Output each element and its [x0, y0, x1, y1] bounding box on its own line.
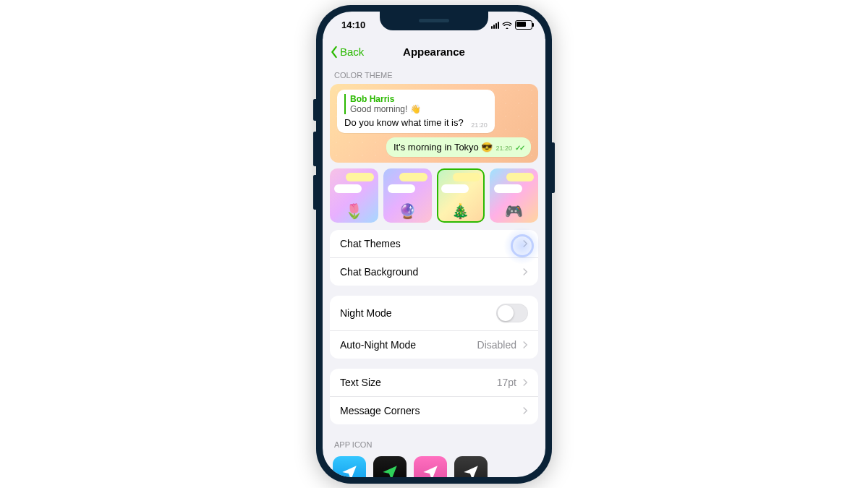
- chevron-right-icon: [522, 239, 528, 248]
- app-icon-option-1[interactable]: [333, 456, 366, 476]
- stage: 14:10 Back Appearance COLOR THEME: [0, 0, 868, 488]
- preview-outgoing-time: 21:20: [495, 145, 512, 152]
- content[interactable]: COLOR THEME Bob Harris Good morning! 👋 D…: [323, 65, 545, 477]
- section-header-color-theme: COLOR THEME: [323, 65, 545, 84]
- preview-reply-text: Good morning! 👋: [350, 104, 488, 114]
- theme-swatch-emoji: 🎮: [490, 202, 538, 220]
- row-chat-background[interactable]: Chat Background: [330, 257, 538, 286]
- battery-icon: [515, 20, 532, 30]
- theme-swatch-2[interactable]: 🔮: [383, 168, 432, 223]
- notch: [380, 12, 488, 30]
- list-group-text: Text Size 17pt Message Corners: [330, 369, 538, 424]
- read-checks-icon: ✓✓: [515, 144, 524, 152]
- screen: 14:10 Back Appearance COLOR THEME: [323, 12, 545, 477]
- theme-swatch-emoji: 🌷: [330, 202, 378, 220]
- night-mode-switch[interactable]: [496, 304, 528, 322]
- chevron-right-icon: [522, 378, 528, 387]
- row-value: Disabled: [477, 339, 516, 351]
- cellular-icon: [491, 22, 499, 29]
- preview-outgoing-bubble: It's morning in Tokyo 😎 21:20 ✓✓: [386, 137, 531, 157]
- row-label: Auto-Night Mode: [340, 339, 416, 351]
- preview-incoming-time: 21:20: [471, 121, 488, 129]
- row-label: Chat Themes: [340, 238, 401, 249]
- row-value: 17pt: [497, 377, 516, 388]
- nav-bar: Back Appearance: [323, 39, 545, 65]
- list-group-themes: Chat Themes Chat Background: [330, 230, 538, 286]
- chevron-right-icon: [522, 341, 528, 349]
- theme-swatches-row[interactable]: 🌷 🔮 🎄 🎮: [323, 163, 545, 231]
- status-time: 14:10: [341, 20, 365, 30]
- back-label: Back: [340, 46, 364, 58]
- row-text-size[interactable]: Text Size 17pt: [330, 369, 538, 396]
- theme-swatch-1[interactable]: 🌷: [330, 168, 378, 223]
- paper-plane-icon: [380, 463, 399, 476]
- list-group-night: Night Mode Auto-Night Mode Disabled: [330, 296, 538, 359]
- row-label: Night Mode: [340, 307, 392, 319]
- row-label: Chat Background: [340, 266, 418, 278]
- preview-reply-name: Bob Harris: [350, 94, 488, 104]
- app-icon-option-4[interactable]: [454, 456, 488, 476]
- preview-incoming-bubble: Bob Harris Good morning! 👋 Do you know w…: [337, 90, 495, 133]
- theme-swatch-emoji: 🎄: [437, 202, 485, 220]
- paper-plane-icon: [340, 463, 359, 476]
- theme-preview: Bob Harris Good morning! 👋 Do you know w…: [330, 84, 538, 163]
- row-label: Text Size: [340, 377, 381, 388]
- preview-outgoing-text: It's morning in Tokyo 😎: [393, 142, 493, 153]
- row-label: Message Corners: [340, 405, 420, 416]
- section-header-app-icon: APP ICON: [323, 435, 545, 453]
- preview-incoming-text: Do you know what time it is?: [344, 117, 464, 128]
- row-chat-themes[interactable]: Chat Themes: [330, 230, 538, 257]
- chevron-right-icon: [522, 267, 528, 276]
- phone-frame: 14:10 Back Appearance COLOR THEME: [316, 5, 552, 484]
- row-auto-night[interactable]: Auto-Night Mode Disabled: [330, 330, 538, 359]
- paper-plane-icon: [421, 463, 440, 476]
- row-message-corners[interactable]: Message Corners: [330, 396, 538, 424]
- chevron-left-icon: [330, 46, 339, 59]
- chevron-right-icon: [522, 406, 528, 415]
- theme-swatch-4[interactable]: 🎮: [490, 168, 538, 223]
- back-button[interactable]: Back: [330, 46, 364, 59]
- app-icon-option-2[interactable]: [373, 456, 407, 476]
- app-icons-row[interactable]: [323, 453, 545, 476]
- row-night-mode[interactable]: Night Mode: [330, 296, 538, 330]
- theme-swatch-3[interactable]: 🎄: [437, 168, 485, 223]
- wifi-icon: [502, 22, 512, 29]
- theme-swatch-emoji: 🔮: [383, 202, 432, 220]
- app-icon-option-3[interactable]: [414, 456, 447, 476]
- paper-plane-icon: [461, 463, 480, 476]
